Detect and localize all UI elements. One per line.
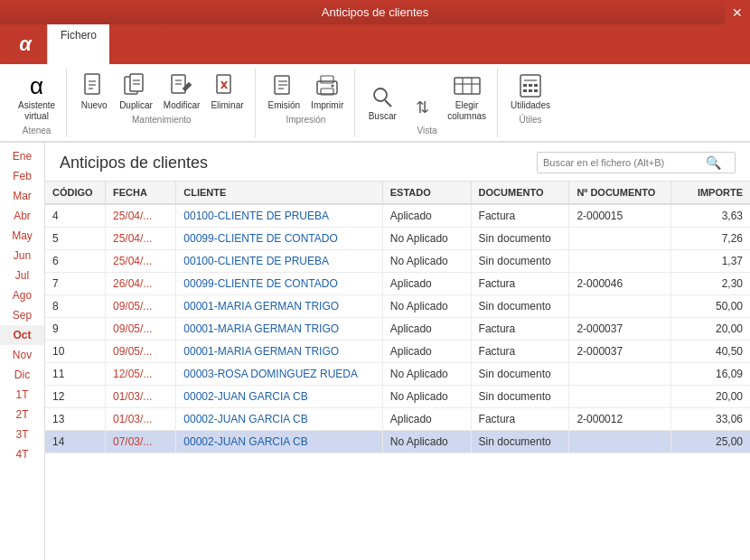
cell-documento: Sin documento — [471, 386, 569, 408]
cell-importe: 40,50 — [671, 341, 750, 363]
cell-cliente: 00002-JUAN GARCIA CB — [176, 408, 382, 431]
col-header-importe[interactable]: IMPORTE — [671, 182, 750, 204]
table-row[interactable]: 1407/03/...00002-JUAN GARCIA CBNo Aplica… — [45, 431, 750, 453]
table-row[interactable]: 1201/03/...00002-JUAN GARCIA CBNo Aplica… — [45, 386, 750, 408]
table-row[interactable]: 726/04/...00099-CLIENTE DE CONTADOAplica… — [45, 273, 750, 295]
cell-estado: No Aplicado — [382, 431, 471, 453]
close-button[interactable]: ✕ — [725, 0, 750, 25]
svg-point-22 — [374, 89, 387, 101]
cell-cliente: 00002-JUAN GARCIA CB — [176, 386, 382, 408]
search-input[interactable] — [543, 157, 706, 168]
col-header-cliente[interactable]: CLIENTE — [176, 182, 382, 204]
imprimir-label: Imprimir — [311, 100, 343, 111]
sidebar-item-abr[interactable]: Abr — [0, 206, 44, 226]
col-header-documento[interactable]: DOCUMENTO — [471, 182, 569, 204]
cell-cliente: 00003-ROSA DOMINGUEZ RUEDA — [176, 363, 382, 386]
buscar-button[interactable]: Buscar — [364, 80, 400, 124]
duplicar-icon — [121, 71, 150, 100]
cell-codigo: 13 — [45, 408, 105, 431]
sidebar-item-may[interactable]: May — [0, 226, 44, 246]
emision-button[interactable]: Emisión — [265, 70, 305, 113]
col-header-ndocumento[interactable]: Nº DOCUMENTO — [569, 182, 671, 204]
table-row[interactable]: 625/04/...00100-CLIENTE DE PRUEBANo Apli… — [45, 250, 750, 273]
sidebar-item-mar[interactable]: Mar — [0, 186, 44, 206]
duplicar-button[interactable]: Duplicar — [116, 70, 156, 113]
modificar-icon — [167, 71, 196, 100]
sidebar-item-3t[interactable]: 3T — [0, 425, 44, 444]
sidebar-item-dic[interactable]: Dic — [0, 365, 44, 385]
ribbon-content: α Asistentevirtual Atenea — [0, 64, 750, 142]
atenea-logo: α — [9, 28, 42, 61]
ribbon-group-impresion: Emisión Imprimir Impresión — [258, 68, 356, 137]
col-header-estado[interactable]: ESTADO — [382, 182, 471, 204]
cell-ndocumento: 2-000037 — [569, 341, 671, 363]
table-row[interactable]: 909/05/...00001-MARIA GERMAN TRIGOAplica… — [45, 318, 750, 341]
svg-rect-5 — [130, 74, 143, 91]
cell-codigo: 8 — [45, 295, 105, 318]
table-row[interactable]: 525/04/...00099-CLIENTE DE CONTADONo Apl… — [45, 228, 750, 250]
cell-codigo: 5 — [45, 228, 105, 250]
svg-rect-35 — [534, 89, 538, 92]
sidebar-item-jun[interactable]: Jun — [0, 246, 44, 266]
buscar-icon — [368, 82, 397, 111]
ribbon-group-asistente: α Asistentevirtual Atenea — [7, 68, 67, 137]
cell-ndocumento — [569, 228, 671, 250]
mantenimiento-label: Mantenimiento — [132, 115, 192, 125]
svg-rect-33 — [523, 89, 527, 92]
cell-documento: Factura — [471, 408, 569, 431]
table-row[interactable]: 1301/03/...00002-JUAN GARCIA CBAplicadoF… — [45, 408, 750, 431]
sidebar-item-sep[interactable]: Sep — [0, 305, 44, 325]
table-row[interactable]: 1009/05/...00001-MARIA GERMAN TRIGOAplic… — [45, 341, 750, 363]
search-icon[interactable]: 🔍 — [706, 155, 721, 170]
asistente-virtual-button[interactable]: α Asistentevirtual — [14, 70, 59, 124]
sidebar-item-ago[interactable]: Ago — [0, 285, 44, 305]
cell-importe: 25,00 — [671, 431, 750, 453]
svg-rect-24 — [455, 78, 480, 94]
table-row[interactable]: 809/05/...00001-MARIA GERMAN TRIGONo Apl… — [45, 295, 750, 318]
cell-importe: 3,63 — [671, 204, 750, 228]
table-container[interactable]: CÓDIGO FECHA CLIENTE ESTADO DOCUMENTO Nº… — [45, 182, 750, 560]
elegir-columnas-button[interactable]: Elegircolumnas — [444, 70, 490, 124]
cell-importe: 16,09 — [671, 363, 750, 386]
modificar-button[interactable]: Modificar — [160, 70, 204, 113]
utilidades-button[interactable]: Utilidades — [507, 70, 554, 113]
sort-button[interactable]: ⇅ — [404, 91, 440, 124]
imprimir-button[interactable]: Imprimir — [307, 70, 347, 113]
cell-fecha: 25/04/... — [105, 250, 175, 273]
table-row[interactable]: 425/04/...00100-CLIENTE DE PRUEBAAplicad… — [45, 204, 750, 228]
col-header-fecha[interactable]: FECHA — [105, 182, 175, 204]
cell-documento: Factura — [471, 341, 569, 363]
buscar-label: Buscar — [369, 111, 397, 122]
asistente-group-label: Atenea — [23, 126, 52, 135]
cell-documento: Sin documento — [471, 295, 569, 318]
utilidades-label: Utilidades — [511, 100, 550, 111]
sidebar-item-jul[interactable]: Jul — [0, 266, 44, 285]
sidebar-item-ene[interactable]: Ene — [0, 146, 44, 166]
cell-cliente: 00001-MARIA GERMAN TRIGO — [176, 341, 382, 363]
col-header-codigo[interactable]: CÓDIGO — [45, 182, 105, 204]
asistente-label: Asistentevirtual — [18, 100, 55, 122]
sidebar-item-2t[interactable]: 2T — [0, 405, 44, 425]
sidebar-item-nov[interactable]: Nov — [0, 345, 44, 365]
eliminar-button[interactable]: Eliminar — [207, 70, 247, 113]
search-box[interactable]: 🔍 — [537, 152, 736, 173]
sidebar-item-feb[interactable]: Feb — [0, 166, 44, 186]
ribbon-group-vista: Buscar ⇅ Elegircolumnas — [357, 68, 498, 137]
table-row[interactable]: 1112/05/...00003-ROSA DOMINGUEZ RUEDANo … — [45, 363, 750, 386]
sidebar-item-1t[interactable]: 1T — [0, 385, 44, 405]
cell-documento: Factura — [471, 204, 569, 228]
sidebar-item-oct[interactable]: Oct — [0, 325, 44, 345]
cell-estado: Aplicado — [382, 204, 471, 228]
elegir-columnas-label: Elegircolumnas — [447, 100, 486, 122]
svg-rect-32 — [534, 84, 538, 87]
cell-codigo: 11 — [45, 363, 105, 386]
tab-fichero[interactable]: Fichero — [48, 24, 109, 64]
svg-rect-31 — [529, 84, 532, 87]
nuevo-button[interactable]: Nuevo — [76, 70, 112, 113]
atenea-logo-area: α — [4, 24, 48, 64]
cell-cliente: 00001-MARIA GERMAN TRIGO — [176, 295, 382, 318]
cell-estado: No Aplicado — [382, 250, 471, 273]
sidebar-item-4t[interactable]: 4T — [0, 444, 44, 464]
page-title: Anticipos de clientes — [60, 154, 208, 173]
cell-ndocumento: 2-000046 — [569, 273, 671, 295]
